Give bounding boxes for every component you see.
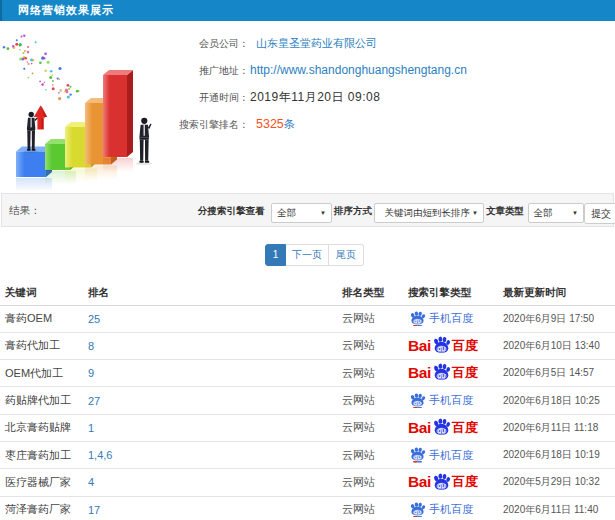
mobile-baidu-logo: du手机百度 [409, 393, 498, 409]
result-label: 结果： [9, 194, 41, 227]
rank-link[interactable]: 4 [83, 469, 337, 496]
updated-cell: 2020年6月11日 11:18 [498, 414, 615, 441]
engine-cell: du手机百度 [403, 387, 498, 414]
info-label: 搜索引擎排名： [129, 111, 249, 138]
rank-type-cell: 云网站 [337, 414, 403, 441]
baidu-paw-icon: du [409, 502, 426, 518]
baidu-paw-icon: du [432, 473, 451, 491]
keyword-cell: 枣庄膏药加工 [0, 441, 83, 468]
column-header: 搜索引擎类型 [403, 281, 498, 305]
table-row: 药贴牌代加工27云网站du手机百度2020年6月18日 10:25 [0, 387, 615, 414]
engine-cell: Baidu百度 [403, 414, 498, 441]
rank-link[interactable]: 1,4,6 [83, 441, 337, 468]
paw-du-label: du [438, 345, 446, 352]
keyword-cell: OEM代加工 [0, 360, 83, 387]
column-header: 排名类型 [337, 281, 403, 305]
page: 网络营销效果展示 会员公司：山东皇圣堂药业有限公司推广地址：http://www… [0, 0, 615, 520]
baidu-paw-icon: du [432, 418, 451, 436]
rank-link[interactable]: 8 [83, 332, 337, 359]
baidu-paw-icon: du [409, 447, 426, 463]
mobile-baidu-logo: du手机百度 [409, 311, 498, 327]
rank-type-cell: 云网站 [337, 332, 403, 359]
info-row: 会员公司：山东皇圣堂药业有限公司 [175, 30, 615, 57]
baidu-wordmark-bai: Bai [408, 419, 431, 437]
keyword-cell: 北京膏药贴牌 [0, 414, 83, 441]
keyword-cell: 膏药OEM [0, 305, 83, 332]
baidu-logo: Baidu百度 [408, 473, 498, 493]
engine-cell: Baidu百度 [403, 469, 498, 496]
select-value: 关键词由短到长排序 [385, 207, 471, 218]
engine-cell: du手机百度 [403, 441, 498, 468]
engine-select[interactable]: 全部 ▼ [271, 203, 332, 224]
engine-cell: du手机百度 [403, 305, 498, 332]
select-value: 全部 [534, 207, 553, 218]
page-title: 网络营销效果展示 [18, 0, 114, 21]
baidu-wordmark-cn: 百度 [452, 419, 478, 437]
table-header-row: 关键词排名排名类型搜索引擎类型最新更新时间 [0, 281, 615, 305]
member-info-panel: 会员公司：山东皇圣堂药业有限公司推广地址：http://www.shandong… [175, 30, 615, 138]
mobile-baidu-logo: du手机百度 [409, 447, 498, 463]
article-type-label: 文章类型 [486, 194, 524, 227]
updated-cell: 2020年5月29日 10:32 [498, 469, 615, 496]
keyword-cell: 药贴牌代加工 [0, 387, 83, 414]
info-row: 搜索引擎排名：5325条 [175, 111, 615, 138]
rank-type-cell: 云网站 [337, 441, 403, 468]
info-value-unit: 条 [284, 118, 296, 130]
rank-type-cell: 云网站 [337, 387, 403, 414]
page-1-button[interactable]: 1 [265, 244, 286, 266]
info-value: 2019年11月20日 09:08 [250, 84, 380, 111]
info-value-link[interactable]: http://www.shandonghuangshengtang.cn [250, 57, 467, 84]
mobile-baidu-logo: du手机百度 [409, 502, 498, 518]
paw-du-label: du [414, 400, 422, 406]
rank-type-cell: 云网站 [337, 305, 403, 332]
engine-cell: du手机百度 [403, 496, 498, 520]
column-header: 关键词 [0, 281, 83, 305]
column-header: 最新更新时间 [498, 281, 615, 305]
info-label: 推广地址： [129, 57, 249, 84]
next-page-button[interactable]: 下一页 [286, 244, 329, 266]
info-row: 推广地址：http://www.shandonghuangshengtang.c… [175, 57, 615, 84]
updated-cell: 2020年6月10日 13:40 [498, 332, 615, 359]
submit-button[interactable]: 提交 [584, 203, 615, 224]
title-bar: 网络营销效果展示 [0, 0, 615, 21]
baidu-paw-icon: du [409, 393, 426, 409]
rank-link[interactable]: 27 [83, 387, 337, 414]
rank-link[interactable]: 17 [83, 496, 337, 520]
engine-filter-label: 分搜索引擎查看 [198, 194, 265, 227]
keyword-rank-table: 关键词排名排名类型搜索引擎类型最新更新时间 膏药OEM25云网站du手机百度20… [0, 281, 615, 520]
baidu-wordmark-cn: 百度 [452, 473, 478, 491]
engine-label: 手机百度 [429, 502, 473, 517]
sort-select[interactable]: 关键词由短到长排序 ▼ [374, 203, 484, 224]
info-value-link[interactable]: 山东皇圣堂药业有限公司 [256, 30, 377, 57]
baidu-wordmark-cn: 百度 [452, 364, 478, 382]
last-page-button[interactable]: 尾页 [329, 244, 364, 266]
paw-du-label: du [414, 455, 422, 461]
rank-link[interactable]: 1 [83, 414, 337, 441]
keyword-cell: 膏药代加工 [0, 332, 83, 359]
baidu-logo: Baidu百度 [408, 336, 498, 356]
paw-du-label: du [414, 509, 422, 515]
keyword-cell: 医疗器械厂家 [0, 469, 83, 496]
updated-cell: 2020年6月9日 17:50 [498, 305, 615, 332]
select-value: 全部 [277, 207, 296, 218]
baidu-paw-icon: du [432, 336, 451, 354]
article-type-select[interactable]: 全部 ▼ [528, 203, 585, 224]
rank-type-cell: 云网站 [337, 496, 403, 520]
paw-du-label: du [438, 482, 446, 489]
keyword-cell: 菏泽膏药厂家 [0, 496, 83, 520]
table-row: 膏药OEM25云网站du手机百度2020年6月9日 17:50 [0, 305, 615, 332]
updated-cell: 2020年6月18日 10:25 [498, 387, 615, 414]
info-label: 会员公司： [129, 30, 249, 57]
baidu-logo: Baidu百度 [408, 418, 498, 438]
engine-label: 手机百度 [429, 311, 473, 326]
rank-link[interactable]: 9 [83, 360, 337, 387]
baidu-wordmark-bai: Bai [408, 473, 431, 491]
table-row: OEM代加工9云网站Baidu百度2020年6月5日 14:57 [0, 360, 615, 387]
table-row: 北京膏药贴牌1云网站Baidu百度2020年6月11日 11:18 [0, 414, 615, 441]
chevron-down-icon: ▼ [320, 204, 326, 223]
rank-link[interactable]: 25 [83, 305, 337, 332]
baidu-logo: Baidu百度 [408, 363, 498, 383]
updated-cell: 2020年6月18日 10:19 [498, 441, 615, 468]
engine-cell: Baidu百度 [403, 360, 498, 387]
engine-cell: Baidu百度 [403, 332, 498, 359]
